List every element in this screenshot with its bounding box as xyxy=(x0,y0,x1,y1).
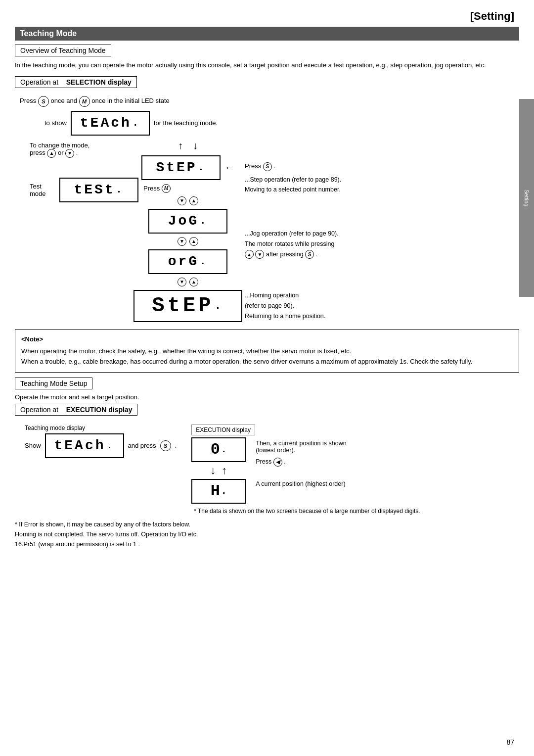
jog-down-btn: ▼ xyxy=(255,250,264,259)
lcd-teach-exec: tEAch. xyxy=(45,433,124,458)
s-btn-right[interactable]: S xyxy=(263,162,272,171)
note-box: <Note> When operating the motor, check t… xyxy=(15,329,519,373)
down-btn-org[interactable]: ▼ xyxy=(178,237,186,246)
press-left-row: Press ◀ . xyxy=(256,458,346,467)
lcd-step: StEP. xyxy=(141,155,221,180)
down-arrow-flow: ↓ xyxy=(193,140,198,151)
teaching-mode-setup: Teaching Mode Setup Operate the motor an… xyxy=(15,378,519,515)
press-arrows-text: press ▲ or ▼ . xyxy=(30,149,78,156)
flow-diagram: To change the mode, press ▲ or ▼ . Test … xyxy=(30,138,519,324)
up-btn-jog[interactable]: ▲ xyxy=(189,196,198,205)
exec-descriptions: Then, a current position is shown (lowes… xyxy=(256,437,346,487)
lcd-zero-display: 0. xyxy=(191,437,246,462)
subsection-overview: Overview of Teaching Mode xyxy=(15,45,111,56)
setup-description: Operate the motor and set a target posit… xyxy=(15,393,519,401)
press-instruction: Press S once and M once in the initial L… xyxy=(20,96,519,107)
m-btn-flow[interactable]: M xyxy=(162,184,171,193)
org-arrows: ▼ ▲ xyxy=(178,237,198,246)
m-button[interactable]: M xyxy=(79,96,90,107)
to-change-text: To change the mode, press ▲ or ▼ . xyxy=(30,142,138,158)
press-m-row: Press M xyxy=(143,184,171,193)
flow-right: Press S . ...Step operation (refer to pa… xyxy=(237,138,519,324)
lcd-jog: JoG. xyxy=(148,209,227,234)
left-arrow-horiz: ← xyxy=(224,162,234,173)
up-btn-step2[interactable]: ▲ xyxy=(189,278,198,286)
show-teach-row: Show tEAch. and press S . xyxy=(25,433,177,458)
up-arrow-btn[interactable]: ▲ xyxy=(47,149,56,158)
jog-up-btn: ▲ xyxy=(245,250,254,259)
s-button[interactable]: S xyxy=(38,96,49,107)
sidebar-label: Setting xyxy=(524,189,530,206)
flow-center: ↑ ↓ StEP. ← Press M ▼ ▲ JoG. ▼ ▲ xyxy=(138,140,237,324)
lcd-test: tESt. xyxy=(59,178,138,202)
jog-display-row: JoG. xyxy=(148,209,227,234)
org-display-row: orG. xyxy=(148,249,227,274)
intro-description: In the teaching mode, you can operate th… xyxy=(15,60,519,70)
left-arrow-btn[interactable]: ◀ xyxy=(273,458,282,467)
lcd-step-bottom: StEP. xyxy=(134,290,242,322)
page-number: 87 xyxy=(506,738,514,746)
jog-buttons-desc: ▲ ▼ after pressing S . xyxy=(245,250,519,259)
up-arrow-flow: ↑ xyxy=(178,140,183,151)
jog-desc: ...Jog operation (refer to page 90). The… xyxy=(245,229,519,259)
up-arr: ↑ xyxy=(222,464,227,477)
right-sidebar: Setting xyxy=(519,99,534,297)
up-btn-org[interactable]: ▲ xyxy=(189,237,198,246)
subsection-selection: Operation at SELECTION display xyxy=(15,76,137,88)
two-screens-note: * The data is shown on the two screens b… xyxy=(194,508,420,515)
exec-screens: 0. ↓ ↑ H. xyxy=(191,437,246,504)
down-arr: ↓ xyxy=(210,464,216,477)
lcd-org: orG. xyxy=(148,249,227,274)
footer-line1: * If Error is shown, it may be caused by… xyxy=(15,520,519,529)
teach-display-row: to show tEAch. for the teaching mode. xyxy=(44,111,519,136)
top-arrows: ↑ ↓ xyxy=(178,140,198,151)
section-header-teaching-mode: Teaching Mode xyxy=(15,27,519,41)
footer-line3: 16.Pr51 (wrap around permission) is set … xyxy=(15,539,519,549)
footer-line2: Homing is not completed. The servo turns… xyxy=(15,529,519,539)
down-btn-jog[interactable]: ▼ xyxy=(178,196,186,205)
teach-mode-label: Teaching mode display xyxy=(25,425,85,431)
page-title: [Setting] xyxy=(15,10,519,23)
execution-display-label: EXECUTION display xyxy=(191,425,255,435)
lcd-teach-display: tEAch. xyxy=(71,111,150,136)
footer-notes: * If Error is shown, it may be caused by… xyxy=(15,520,519,549)
down-arrow-btn[interactable]: ▼ xyxy=(65,149,74,158)
lcd-h-display: H. xyxy=(191,479,246,504)
down-btn-step2[interactable]: ▼ xyxy=(178,278,186,286)
s-after-pressing: S xyxy=(305,250,314,259)
exec-arrows: ↓ ↑ xyxy=(210,464,227,477)
test-mode-row: Test mode tESt. xyxy=(30,178,138,202)
press-s-note: Press S . xyxy=(245,162,519,171)
subsection-setup: Teaching Mode Setup xyxy=(15,378,92,389)
teach-mode-col: Teaching mode display Show tEAch. and pr… xyxy=(25,425,177,458)
step-horiz-row: StEP. ← xyxy=(141,155,234,180)
step-desc: ...Step operation (refer to page 89). Mo… xyxy=(245,175,519,195)
jog-arrows: ▼ ▲ xyxy=(178,196,198,205)
step2-arrows: ▼ ▲ xyxy=(178,278,198,286)
then-text: Then, a current position is shown (lowes… xyxy=(256,440,346,454)
flow-left: To change the mode, press ▲ or ▼ . Test … xyxy=(30,138,138,324)
subsection-execution: Operation at EXECUTION display xyxy=(15,404,137,416)
exec-display-col: EXECUTION display 0. ↓ ↑ xyxy=(191,425,420,515)
execution-flow: Teaching mode display Show tEAch. and pr… xyxy=(25,425,519,515)
s-exec-btn[interactable]: S xyxy=(160,440,171,451)
highest-order-text: A current position (highest order) xyxy=(256,480,346,487)
org-desc: ...Homing operation (refer to page 90). … xyxy=(245,291,519,321)
step-bottom-row: StEP. xyxy=(134,290,242,322)
exec-display-area: 0. ↓ ↑ H. Then, a xyxy=(191,437,346,504)
